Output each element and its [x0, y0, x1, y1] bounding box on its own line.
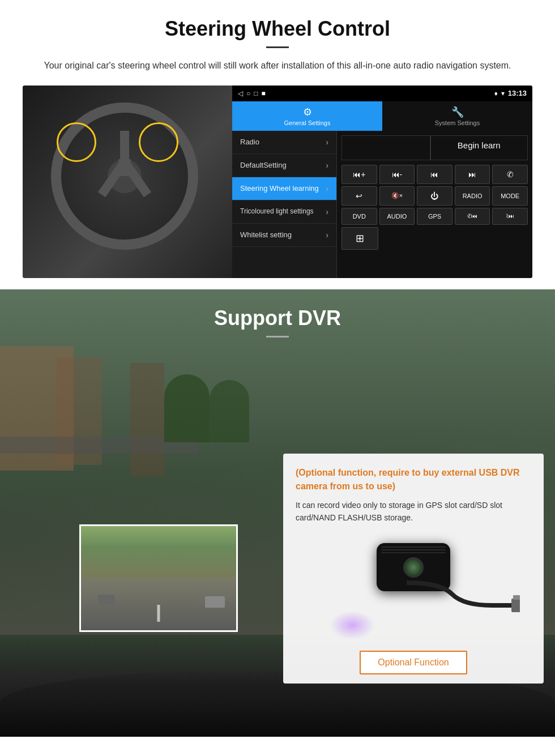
ctrl-vol-down[interactable]: ⏮- [379, 165, 415, 184]
menu-item-radio[interactable]: Radio › [232, 131, 336, 154]
highlight-circle-left [57, 122, 96, 162]
home-icon: ○ [246, 89, 250, 97]
dvr-divider [266, 336, 289, 338]
back-icon: ◁ [238, 89, 243, 97]
ctrl-next[interactable]: ⏭ [455, 165, 490, 184]
menu-label-whitelist: Whitelist setting [240, 230, 292, 239]
ctrl-phone-next[interactable]: ⌇⏭ [492, 208, 528, 225]
android-content: Radio › DefaultSetting › Steering Wheel … [232, 131, 532, 278]
camera-cable-svg [407, 560, 520, 628]
ctrl-phone-prev[interactable]: ✆⏮ [455, 208, 490, 225]
camera-grill-2 [381, 549, 446, 550]
page-title: Steering Wheel Control [23, 17, 532, 41]
ctrl-back[interactable]: ↩ [341, 186, 377, 206]
chevron-right-icon: › [326, 184, 328, 193]
camera-glow [330, 611, 375, 639]
ctrl-dvd[interactable]: DVD [341, 208, 377, 225]
begin-learn-button[interactable]: Begin learn [430, 135, 528, 160]
optional-btn-container: Optional Function [296, 651, 531, 674]
dvr-description: It can record video only to storage in G… [296, 499, 531, 524]
chevron-right-icon: › [326, 230, 328, 240]
dvr-optional-text: (Optional function, require to buy exter… [296, 466, 531, 493]
bg-tree-2 [210, 380, 249, 442]
bg-building-3 [130, 363, 164, 476]
thumbnail-car-1 [205, 596, 225, 608]
android-tabs: ⚙ General Settings 🔧 System Settings [232, 101, 532, 131]
dvr-thumbnail [79, 524, 238, 632]
recent-icon: □ [254, 89, 258, 97]
steering-photo: ➜ [23, 86, 232, 278]
ctrl-vol-up[interactable]: ⏮+ [341, 165, 377, 184]
statusbar-nav-icons: ◁ ○ □ ■ [238, 89, 266, 97]
control-grid-row3: DVD AUDIO GPS ✆⏮ ⌇⏭ [341, 208, 528, 225]
ctrl-gps[interactable]: GPS [417, 208, 452, 225]
menu-icon: ■ [262, 89, 266, 97]
highlight-circle-right [139, 122, 178, 162]
menu-label-steering: Steering Wheel learning [240, 184, 319, 193]
chevron-right-icon: › [326, 207, 328, 216]
signal-icon: ♦ [494, 89, 498, 97]
control-grid-row1: ⏮+ ⏮- ⏮ ⏭ ✆ [341, 165, 528, 184]
steering-control-panel: Begin learn ⏮+ ⏮- ⏮ ⏭ ✆ ↩ 🔇× ⏻ [337, 131, 532, 278]
statusbar-right-icons: ♦ ▾ 13:13 [494, 89, 527, 97]
optional-function-button[interactable]: Optional Function [360, 651, 467, 674]
status-bar: ◁ ○ □ ■ ♦ ▾ 13:13 [232, 86, 532, 101]
dvr-title: Support DVR [0, 306, 555, 330]
control-grid-row4: ⊞ [341, 227, 528, 250]
ctrl-mute[interactable]: 🔇× [379, 186, 415, 206]
section-subtitle: Your original car's steering wheel contr… [34, 58, 521, 73]
ctrl-extra[interactable]: ⊞ [341, 227, 378, 250]
dvr-camera-illustration [296, 532, 531, 645]
svg-rect-0 [511, 599, 520, 612]
camera-grill-1 [381, 546, 446, 548]
tab-general-label: General Settings [284, 119, 331, 126]
settings-menu: Radio › DefaultSetting › Steering Wheel … [232, 131, 337, 278]
chevron-right-icon: › [326, 138, 328, 147]
tab-system-settings[interactable]: 🔧 System Settings [382, 101, 532, 131]
chevron-right-icon: › [326, 161, 328, 170]
wifi-icon: ▾ [501, 89, 505, 97]
ctrl-mode[interactable]: MODE [492, 186, 528, 206]
ctrl-phone[interactable]: ✆ [492, 165, 528, 184]
dvr-title-area: Support DVR [0, 289, 555, 349]
menu-item-defaultsetting[interactable]: DefaultSetting › [232, 154, 336, 177]
ctrl-prev[interactable]: ⏮ [417, 165, 452, 184]
ctrl-radio[interactable]: RADIO [455, 186, 490, 206]
menu-item-whitelist[interactable]: Whitelist setting › [232, 224, 336, 247]
ctrl-audio[interactable]: AUDIO [379, 208, 415, 225]
system-icon: 🔧 [451, 106, 464, 118]
tab-system-label: System Settings [435, 119, 480, 126]
svg-rect-1 [513, 595, 520, 600]
camera-grill-3 [381, 552, 446, 553]
steering-ui-container: ➜ ◁ ○ □ ■ ♦ ▾ 13:13 ⚙ [23, 86, 532, 278]
status-time: 13:13 [508, 89, 527, 97]
android-panel: ◁ ○ □ ■ ♦ ▾ 13:13 ⚙ General Settings [232, 86, 532, 278]
thumbnail-lane-marker [157, 605, 160, 622]
begin-learn-row: Begin learn [341, 135, 528, 160]
ctrl-power[interactable]: ⏻ [417, 186, 452, 206]
menu-item-tricoloured[interactable]: Tricoloured light settings › [232, 200, 336, 224]
settings-gear-icon: ⚙ [303, 106, 312, 118]
control-grid-row2: ↩ 🔇× ⏻ RADIO MODE [341, 186, 528, 206]
menu-label-defaultsetting: DefaultSetting [240, 161, 287, 169]
tab-general-settings[interactable]: ⚙ General Settings [232, 101, 382, 131]
menu-item-steering-learning[interactable]: Steering Wheel learning › [232, 177, 336, 200]
steering-section: Steering Wheel Control Your original car… [0, 0, 555, 289]
dvr-section: Support DVR (Optional function, require … [0, 289, 555, 737]
thumbnail-car-2 [98, 595, 115, 605]
bg-tree-1 [164, 374, 210, 442]
dvr-info-card: (Optional function, require to buy exter… [283, 454, 544, 684]
menu-label-tricoloured: Tricoloured light settings [240, 207, 314, 216]
menu-label-radio: Radio [240, 138, 259, 146]
title-divider [266, 46, 289, 48]
